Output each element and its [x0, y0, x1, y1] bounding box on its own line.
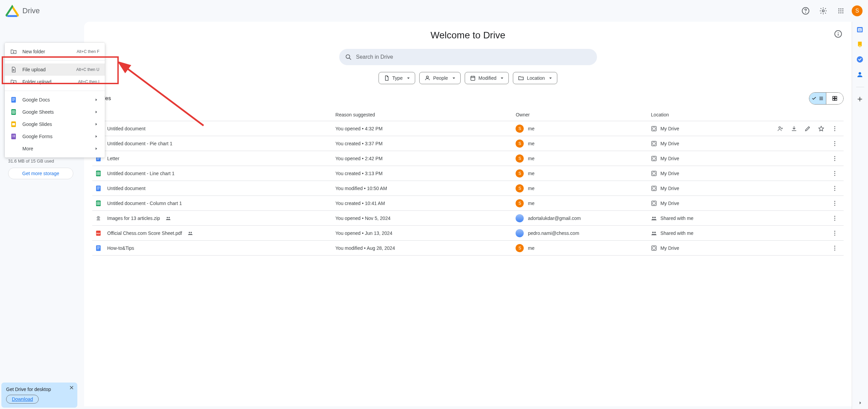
location-icon	[651, 126, 657, 132]
share-action-icon[interactable]	[777, 125, 784, 132]
table-row[interactable]: Untitled document - Line chart 1 You cre…	[92, 166, 844, 181]
owner-avatar: S	[516, 244, 524, 252]
location-icon	[651, 230, 657, 236]
menu-item-folder-upload[interactable]: Folder uploadAlt+C then I	[5, 76, 105, 88]
more-actions-icon[interactable]	[831, 200, 838, 207]
menu-item-google-sheets[interactable]: Google Sheets	[5, 106, 105, 118]
header: Drive S	[0, 0, 868, 22]
menu-label: Google Sheets	[22, 109, 93, 115]
reason-cell: You modified • 10:50 AM	[333, 181, 513, 196]
page-title: Welcome to Drive	[84, 30, 852, 41]
settings-button[interactable]	[816, 4, 830, 18]
filter-people[interactable]: People	[419, 72, 461, 84]
tasks-app-icon[interactable]	[856, 56, 864, 64]
support-button[interactable]	[799, 4, 812, 18]
reason-cell: You created • 3:13 PM	[333, 166, 513, 181]
table-row[interactable]: How-to&Tips You modified • Aug 28, 2024 …	[92, 241, 844, 256]
grid-view-button[interactable]	[826, 93, 843, 104]
table-row[interactable]: Untitled document - Column chart 1 You c…	[92, 196, 844, 211]
product-name: Drive	[22, 6, 40, 15]
table-row[interactable]: PDFOfficial Chess.com Score Sheet.pdf Yo…	[92, 226, 844, 241]
table-row[interactable]: Untitled document You modified • 10:50 A…	[92, 181, 844, 196]
svg-rect-96	[12, 123, 15, 126]
info-icon[interactable]	[834, 30, 842, 38]
menu-item-google-forms[interactable]: Google Forms	[5, 130, 105, 143]
menu-item-new-folder[interactable]: New folderAlt+C then F	[5, 45, 105, 58]
owner-avatar: S	[516, 140, 524, 148]
owner-name: adortalukdar@gmail.com	[528, 216, 581, 221]
menu-item-google-slides[interactable]: Google Slides	[5, 118, 105, 130]
get-addons-icon[interactable]	[856, 95, 864, 104]
star-action-icon[interactable]	[818, 125, 825, 132]
promo-close-button[interactable]	[69, 385, 75, 391]
promo-download-button[interactable]: Download	[6, 395, 39, 404]
filter-label: Modified	[479, 75, 497, 81]
table-row[interactable]: Letter You opened • 2:42 PM Sme My Drive	[92, 151, 844, 166]
shared-icon	[166, 216, 171, 221]
filter-type[interactable]: Type	[379, 72, 415, 84]
file-name: How-to&Tips	[107, 245, 134, 251]
more-actions-icon[interactable]	[831, 215, 838, 222]
docs-file-icon	[95, 245, 102, 252]
table-row[interactable]: Untitled document You opened • 4:32 PM S…	[92, 121, 844, 136]
file-name: Untitled document	[107, 186, 146, 191]
location-name: My Drive	[660, 171, 679, 176]
owner-avatar: S	[516, 154, 524, 163]
list-view-button[interactable]	[809, 93, 826, 104]
more-actions-icon[interactable]	[831, 185, 838, 192]
side-panel: 31	[852, 22, 868, 409]
svg-rect-64	[97, 187, 100, 187]
promo-title: Get Drive for desktop	[6, 387, 73, 392]
owner-avatar	[516, 214, 524, 222]
menu-item-file-upload[interactable]: File uploadAlt+C then U	[5, 63, 105, 76]
apps-button[interactable]	[834, 4, 848, 18]
download-action-icon[interactable]	[791, 125, 797, 132]
svg-rect-90	[12, 100, 14, 101]
logo-area[interactable]: Drive	[5, 4, 40, 18]
slides-icon	[10, 121, 17, 128]
location-name: My Drive	[660, 245, 679, 251]
side-panel-collapse-icon[interactable]	[857, 399, 864, 406]
more-actions-icon[interactable]	[831, 245, 838, 252]
file-name: Untitled document - Line chart 1	[107, 171, 174, 176]
search-input[interactable]	[356, 54, 592, 60]
reason-cell: You created • 10:41 AM	[333, 196, 513, 211]
more-actions-icon[interactable]	[831, 155, 838, 162]
desktop-promo: Get Drive for desktop Download	[1, 383, 77, 408]
edit-action-icon[interactable]	[804, 125, 811, 132]
location-name: My Drive	[660, 201, 679, 206]
get-storage-button[interactable]: Get more storage	[8, 168, 73, 179]
calendar-app-icon[interactable]: 31	[856, 26, 864, 34]
location-name: My Drive	[660, 126, 679, 131]
table-row[interactable]: Untitled document - Pie chart 1 You crea…	[92, 136, 844, 151]
sheets-file-icon	[95, 170, 102, 177]
owner-avatar: S	[516, 125, 524, 133]
more-actions-icon[interactable]	[831, 230, 838, 237]
more-actions-icon[interactable]	[831, 170, 838, 177]
view-toggle	[809, 92, 844, 105]
owner-name: me	[528, 156, 534, 161]
submenu-arrow-icon	[93, 109, 99, 115]
more-actions-icon[interactable]	[831, 140, 838, 147]
search-bar[interactable]	[339, 49, 597, 65]
file-name: Untitled document	[107, 126, 146, 131]
owner-avatar: S	[516, 184, 524, 192]
more-actions-icon[interactable]	[831, 125, 838, 132]
col-name	[92, 109, 333, 121]
svg-rect-89	[12, 99, 15, 99]
pdf-file-icon: PDF	[95, 230, 102, 237]
file-upload-icon	[10, 66, 17, 73]
account-avatar[interactable]: S	[852, 5, 863, 16]
table-row[interactable]: Images for 13 articles.zip You opened • …	[92, 211, 844, 226]
submenu-arrow-icon	[93, 146, 99, 152]
menu-item-google-docs[interactable]: Google Docs	[5, 94, 105, 106]
filter-location[interactable]: Location	[513, 72, 557, 84]
col-location: Location	[648, 109, 768, 121]
svg-rect-63	[96, 185, 100, 191]
menu-item-more[interactable]: More	[5, 143, 105, 155]
location-icon	[651, 185, 657, 191]
forms-icon	[10, 133, 17, 140]
keep-app-icon[interactable]	[856, 41, 864, 49]
contacts-app-icon[interactable]	[856, 71, 864, 79]
filter-modified[interactable]: Modified	[465, 72, 509, 84]
